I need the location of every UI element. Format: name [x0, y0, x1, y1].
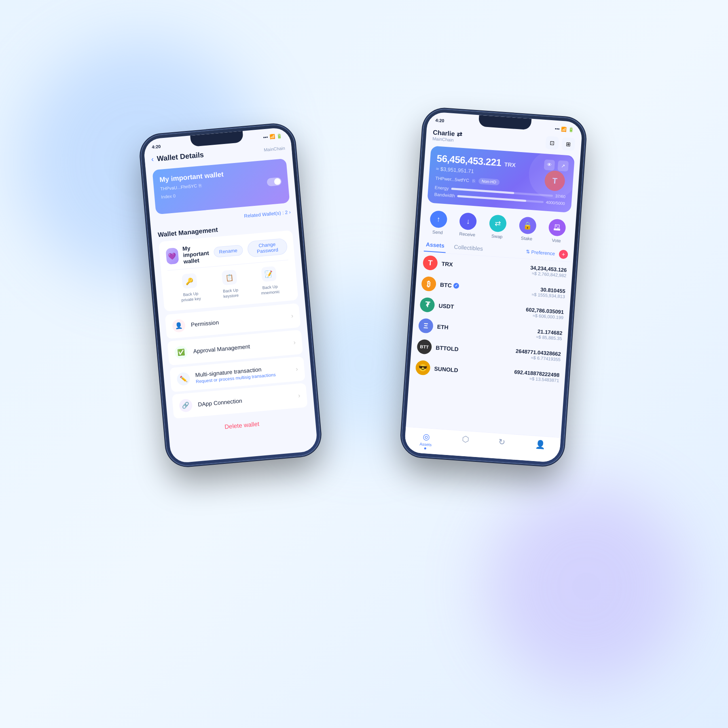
energy-bar — [451, 188, 514, 194]
left-screen: 4:20 ▪▪▪ 📶 🔋 ‹ Wallet Details MainChain … — [143, 127, 318, 464]
usdt-icon: ₮ — [419, 297, 435, 312]
send-icon: ↑ — [430, 210, 448, 229]
send-button[interactable]: ↑ Send — [429, 210, 448, 235]
swap-label: Swap — [491, 233, 503, 239]
approval-label: Approval Management — [193, 340, 288, 354]
wifi-icon: 📶 — [269, 133, 275, 139]
permission-chevron: › — [291, 312, 294, 320]
balance-address: THPwer...5wtfYC — [435, 176, 469, 183]
btc-verified: ✓ — [453, 283, 459, 289]
backup-pk-label: Back Upprivate key — [181, 290, 201, 303]
rename-button[interactable]: Rename — [214, 245, 243, 258]
assets-nav-label: Assets — [419, 442, 432, 447]
stake-button[interactable]: 🔒 Stake — [518, 216, 537, 241]
nav-cards[interactable]: ⬡ — [461, 434, 469, 453]
tab-assets[interactable]: Assets — [424, 238, 447, 253]
stake-label: Stake — [521, 235, 533, 241]
profile-nav-icon: 👤 — [535, 439, 546, 450]
backup-keystore[interactable]: 📋 Back Upkeystore — [221, 269, 239, 299]
usdt-symbol: USDT — [438, 303, 522, 315]
multisig-chevron: › — [295, 365, 298, 372]
dapp-icon: 🔗 — [179, 398, 193, 413]
right-screen: 4:20 ▪▪▪ 📶 🔋 Charlie ⇄ MainChain ⊡ ⊞ — [404, 112, 583, 463]
btt-icon: BTT — [417, 339, 432, 354]
vote-label: Vote — [552, 238, 561, 243]
status-time-left: 4:20 — [152, 144, 161, 150]
wallet-card: My important wallet THPvaU...Fhn5YC ⎘ In… — [152, 159, 290, 215]
battery-icon-r: 🔋 — [568, 127, 574, 133]
backup-ks-label: Back Upkeystore — [223, 287, 239, 299]
backup-mnemonic[interactable]: 📝 Back Upmnemonic — [259, 266, 280, 296]
assets-nav-icon: ◎ — [422, 432, 430, 442]
wallet-avatar: 💜 — [165, 248, 179, 265]
eth-icon: Ξ — [418, 318, 434, 333]
wifi-icon-r: 📶 — [561, 126, 567, 132]
trx-icon: T — [423, 255, 438, 271]
back-button[interactable]: ‹ — [151, 155, 154, 163]
backup-mn-label: Back Upmnemonic — [260, 284, 280, 296]
balance-currency: TRX — [504, 161, 516, 168]
mnemonic-icon: 📝 — [261, 266, 277, 282]
balance-card: 👁 ↗ 56,456,453.221 TRX ≈ $3,951,951.71 T… — [427, 146, 575, 212]
btc-symbol: BTC ✓ — [440, 281, 528, 294]
swap-button[interactable]: ⇄ Swap — [488, 214, 507, 239]
swap-icon: ⇄ — [489, 214, 507, 233]
nav-assets[interactable]: ◎ Assets — [419, 431, 432, 450]
approval-icon: ✅ — [174, 345, 188, 360]
dapp-label: DApp Connection — [198, 393, 293, 408]
stake-icon: 🔒 — [518, 216, 537, 235]
send-label: Send — [432, 229, 443, 235]
status-time-right: 4:20 — [435, 118, 444, 123]
right-phone: 4:20 ▪▪▪ 📶 🔋 Charlie ⇄ MainChain ⊡ ⊞ — [400, 108, 586, 466]
multisig-icon: ✏️ — [176, 372, 190, 386]
bottom-nav: ◎ Assets ⬡ ↻ 👤 — [404, 427, 561, 463]
permission-label: Permission — [190, 313, 286, 328]
approval-chevron: › — [293, 339, 296, 346]
history-nav-icon: ↻ — [498, 437, 506, 447]
eth-symbol: ETH — [437, 324, 532, 336]
vote-icon: 🗳 — [548, 218, 566, 237]
cards-nav-icon: ⬡ — [461, 434, 469, 444]
status-icons-left: ▪▪▪ 📶 🔋 — [263, 133, 283, 140]
preference-button[interactable]: ⇅ Preference + — [525, 247, 568, 259]
private-key-icon: 🔑 — [182, 273, 197, 289]
bandwidth-bar — [457, 195, 527, 202]
vote-button[interactable]: 🗳 Vote — [548, 218, 566, 243]
receive-label: Receive — [459, 231, 475, 237]
sun-icon: 😎 — [415, 360, 430, 375]
dapp-chevron: › — [298, 392, 301, 399]
trx-symbol: TRX — [441, 260, 526, 273]
expand-icon[interactable]: ↗ — [557, 160, 569, 171]
signal-icon: ▪▪▪ — [263, 134, 268, 140]
wallet-mgmt-name: My important wallet — [182, 243, 210, 265]
btc-icon: ₿ — [421, 276, 436, 292]
sun-symbol: SUNOLD — [434, 365, 510, 377]
signal-icon-r: ▪▪▪ — [555, 126, 560, 131]
eye-icon[interactable]: 👁 — [544, 159, 555, 171]
hd-badge: Non-HD — [478, 178, 499, 186]
copy-icon[interactable]: ⎘ — [199, 183, 202, 188]
qr-icon[interactable]: ⊞ — [561, 137, 575, 151]
status-icons-right: ▪▪▪ 📶 🔋 — [555, 126, 574, 132]
nav-profile[interactable]: 👤 — [534, 439, 546, 458]
tab-collectibles[interactable]: Collectibles — [452, 240, 485, 255]
chain-label: MainChain — [264, 145, 285, 152]
battery-icon: 🔋 — [277, 133, 283, 139]
copy-addr-icon[interactable]: ⎘ — [472, 178, 476, 183]
nav-history[interactable]: ↻ — [498, 437, 506, 455]
change-password-button[interactable]: Change Password — [247, 238, 288, 257]
backup-row: 🔑 Back Upprivate key 📋 Back Upkeystore 📝… — [167, 260, 291, 305]
receive-icon: ↓ — [459, 212, 477, 231]
scan-icon[interactable]: ⊡ — [545, 136, 559, 150]
permission-icon: 👤 — [172, 319, 186, 333]
add-asset-button[interactable]: + — [559, 250, 568, 259]
keystore-icon: 📋 — [222, 270, 237, 286]
btt-symbol: BTTOLD — [436, 344, 512, 356]
backup-private-key[interactable]: 🔑 Back Upprivate key — [179, 273, 201, 303]
tron-decoration: T — [544, 170, 565, 191]
left-phone: 4:20 ▪▪▪ 📶 🔋 ‹ Wallet Details MainChain … — [140, 123, 322, 467]
asset-list: T TRX 34,234,453.126 ≈$ 2,760,842,982 ₿ … — [409, 252, 573, 388]
wallet-mgmt-card: 💜 My important wallet Rename Change Pass… — [159, 230, 298, 311]
receive-button[interactable]: ↓ Receive — [459, 212, 477, 237]
